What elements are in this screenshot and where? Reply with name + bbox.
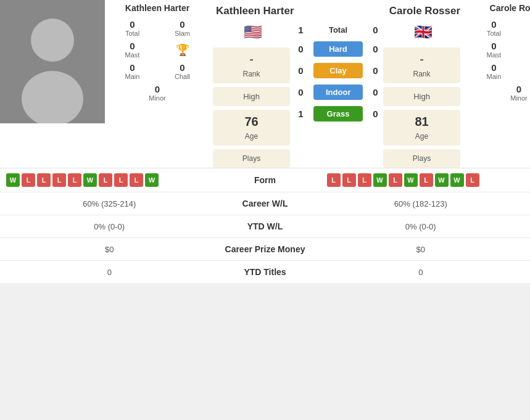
form-badge-l: L xyxy=(342,173,356,187)
form-badge-l: L xyxy=(22,173,35,187)
left-minor-cell: 0 Minor xyxy=(108,83,207,103)
indoor-row: 0 Indoor 0 xyxy=(293,84,383,100)
left-total-label: Total xyxy=(109,30,155,37)
names-row: Kathleen Harter Carole Rosser xyxy=(210,0,466,17)
right-age-box: 81 Age xyxy=(383,110,460,146)
left-flag-icon: 🇺🇸 xyxy=(244,23,262,41)
right-minor-value: 0 xyxy=(471,84,530,94)
grass-left-score: 1 xyxy=(293,109,308,119)
right-trophy-cell: 🏆 xyxy=(520,39,530,60)
right-player-name: Carole Rosser xyxy=(490,3,530,13)
left-slam-label: Slam xyxy=(159,30,205,37)
form-label: Form xyxy=(204,175,327,185)
hard-right-score: 0 xyxy=(368,44,383,54)
career-wl-row: 60% (325-214) Career W/L 60% (182-123) xyxy=(0,192,530,215)
left-chall-cell: 0 Chall xyxy=(158,61,207,81)
scores-boxes: 🇺🇸 - Rank High 76 Age Plays xyxy=(210,17,466,168)
right-mast-label: Mast xyxy=(471,51,517,59)
left-prize: $0 xyxy=(0,245,219,254)
left-total-value: 0 xyxy=(109,19,155,30)
ytd-titles-row: 0 YTD Titles 0 xyxy=(0,260,530,283)
right-main-cell: 0 Main xyxy=(470,61,518,81)
left-mast-label: Mast xyxy=(109,51,155,59)
left-rank-box: - Rank xyxy=(213,47,290,83)
left-rank-value: - xyxy=(249,52,254,67)
left-form-badges: WLLLLWLLLW xyxy=(6,173,204,187)
clay-right-score: 0 xyxy=(368,65,383,76)
right-chall-label: Chall xyxy=(521,73,530,80)
left-main-cell: 0 Main xyxy=(108,61,157,81)
left-plays-box: Plays xyxy=(213,149,290,168)
form-badge-w: W xyxy=(404,173,418,187)
left-player-photo xyxy=(0,0,105,123)
right-plays-box: Plays xyxy=(383,149,460,168)
right-slam-cell: 0 Slam xyxy=(520,18,530,38)
left-slam-cell: 0 Slam xyxy=(158,18,207,38)
total-row: 1 Total 0 xyxy=(293,25,383,35)
career-wl-label: Career W/L xyxy=(219,199,312,208)
right-ytd-titles: 0 xyxy=(312,268,531,277)
form-badge-l: L xyxy=(37,173,51,187)
clay-row: 0 Clay 0 xyxy=(293,63,383,78)
form-badge-w: W xyxy=(83,173,97,187)
form-badge-w: W xyxy=(373,173,387,187)
center-column: Kathleen Harter Carole Rosser 🇺🇸 - Rank xyxy=(210,0,466,168)
hard-btn: Hard xyxy=(313,41,363,57)
right-rank-value: - xyxy=(420,52,424,67)
right-chall-value: 0 xyxy=(521,62,530,73)
left-main-label: Main xyxy=(109,73,155,80)
left-ytd-wl: 0% (0-0) xyxy=(0,222,219,231)
form-badge-w: W xyxy=(450,173,464,187)
left-career-wl: 60% (325-214) xyxy=(0,199,219,208)
right-ytd-wl: 0% (0-0) xyxy=(312,222,531,231)
prize-row: $0 Career Prize Money $0 xyxy=(0,237,530,260)
left-total-cell: 0 Total xyxy=(108,18,157,38)
right-player-name-center: Carole Rosser xyxy=(389,5,460,17)
left-player-info: Kathleen Harter 0 Total 0 Slam 0 Mast 🏆 xyxy=(105,0,210,168)
right-slam-label: Slam xyxy=(521,30,530,37)
left-player-name-center: Kathleen Harter xyxy=(216,5,294,17)
grass-row: 1 Grass 0 xyxy=(293,106,383,121)
left-plays-label: Plays xyxy=(242,154,260,163)
form-badge-l: L xyxy=(389,173,402,187)
right-slam-value: 0 xyxy=(521,19,530,30)
right-rank-label: Rank xyxy=(413,70,430,78)
hard-row: 0 Hard 0 xyxy=(293,41,383,57)
form-badge-w: W xyxy=(435,173,449,187)
right-chall-cell: 0 Chall xyxy=(520,61,530,81)
left-rank-label: Rank xyxy=(242,70,260,78)
left-high-label: High xyxy=(243,92,260,101)
right-rank-box: - Rank xyxy=(383,47,460,83)
form-badge-l: L xyxy=(466,173,479,187)
left-flag: 🇺🇸 xyxy=(213,23,293,41)
form-badge-l: L xyxy=(114,173,128,187)
left-age-label: Age xyxy=(245,132,258,141)
scores-center: 1 Total 0 0 Hard 0 0 Clay 0 xyxy=(293,17,383,168)
form-badge-w: W xyxy=(6,173,20,187)
total-right-score: 0 xyxy=(368,25,383,35)
right-minor-cell: 0 Minor xyxy=(470,83,530,103)
grass-btn: Grass xyxy=(313,106,363,121)
ytd-wl-label: YTD W/L xyxy=(219,221,312,231)
grass-right-score: 0 xyxy=(368,109,383,119)
prize-label: Career Prize Money xyxy=(219,244,312,254)
right-minor-label: Minor xyxy=(471,94,530,102)
right-flag: 🇬🇧 xyxy=(383,23,463,41)
left-minor-value: 0 xyxy=(109,84,205,94)
right-plays-label: Plays xyxy=(413,154,431,163)
svg-point-1 xyxy=(31,19,74,62)
right-mast-cell: 0 Mast xyxy=(470,39,518,60)
form-badge-l: L xyxy=(358,173,371,187)
form-badge-l: L xyxy=(68,173,81,187)
left-chall-value: 0 xyxy=(159,62,205,73)
form-badge-l: L xyxy=(52,173,66,187)
right-stat-boxes: 🇬🇧 - Rank High 81 Age Plays xyxy=(383,17,463,168)
left-stats-grid: 0 Total 0 Slam 0 Mast 🏆 0 Main xyxy=(108,18,207,103)
hard-left-score: 0 xyxy=(293,44,308,54)
right-flag-icon: 🇬🇧 xyxy=(414,23,433,41)
total-left-score: 1 xyxy=(293,25,308,35)
total-label: Total xyxy=(313,25,363,35)
right-player-info: Carole Rosser 0 Total 0 Slam 0 Mast 🏆 xyxy=(466,0,530,168)
form-badge-l: L xyxy=(327,173,341,187)
indoor-right-score: 0 xyxy=(368,87,383,97)
